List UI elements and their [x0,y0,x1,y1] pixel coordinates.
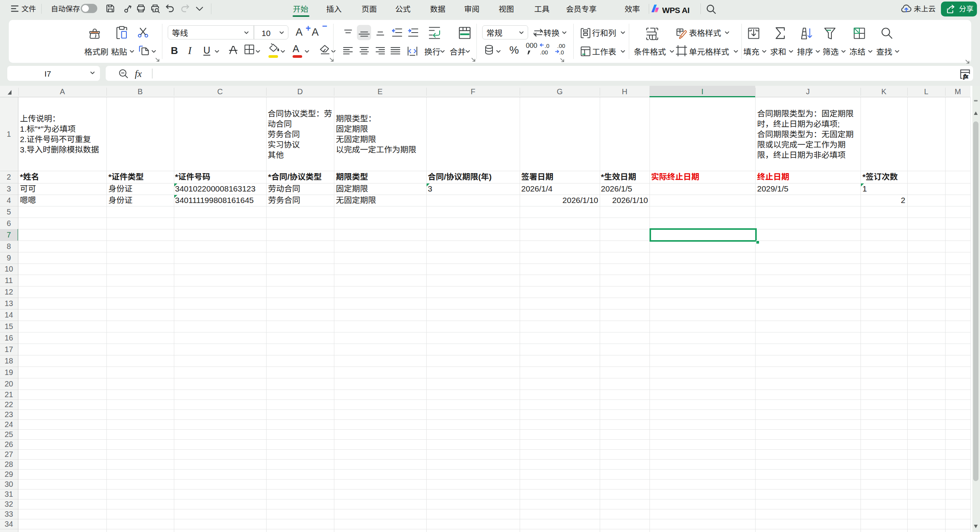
svg-text:.00: .00 [540,49,548,56]
svg-text:.00: .00 [557,43,565,49]
svg-text:.0: .0 [559,49,564,56]
svg-text:fx: fx [964,73,969,79]
svg-text:.0: .0 [545,43,550,49]
